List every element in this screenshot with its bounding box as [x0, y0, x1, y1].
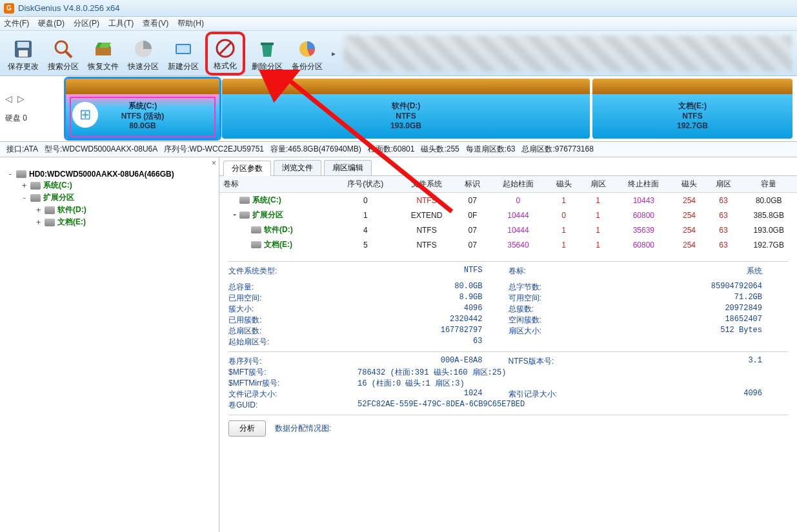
disk-map: ◁ ▷ 硬盘 0 ⊞ 系统(C:) NTFS (活动) 80.0GB 软件(D:…: [0, 76, 797, 142]
menu-file[interactable]: 文件(F): [4, 18, 29, 29]
backup-partition-button[interactable]: 备份分区: [289, 34, 325, 74]
menu-disk[interactable]: 硬盘(D): [38, 18, 65, 29]
svg-rect-13: [261, 43, 274, 45]
sidebar: × - HD0:WDCWD5000AAKX-08U6A(466GB) +系统(C…: [0, 157, 219, 532]
svg-rect-2: [19, 50, 28, 57]
pie-icon: [296, 38, 318, 60]
toolbar-chevron: ▸: [332, 49, 336, 58]
tree-node-ext[interactable]: -扩展分区: [17, 192, 216, 204]
tree-node-e[interactable]: +文档(E:): [31, 216, 216, 228]
menu-bar: 文件(F) 硬盘(D) 分区(P) 工具(T) 查看(V) 帮助(H): [0, 17, 797, 31]
redacted-area: [343, 35, 792, 72]
table-header: 卷标序号(状态)文件系统 标识起始柱面磁头 扇区终止柱面磁头 扇区容量: [219, 176, 797, 193]
tab-browse-files[interactable]: 浏览文件: [274, 160, 321, 175]
tab-partition-params[interactable]: 分区参数: [223, 161, 271, 176]
search-partition-button[interactable]: 搜索分区: [45, 34, 81, 74]
delete-partition-button[interactable]: 删除分区: [249, 34, 285, 74]
main-area: × - HD0:WDCWD5000AAKX-08U6A(466GB) +系统(C…: [0, 157, 797, 532]
hd-label: 硬盘 0: [5, 113, 27, 124]
tab-bar: 分区参数 浏览文件 扇区编辑: [219, 157, 797, 176]
disk-tree: - HD0:WDCWD5000AAKX-08U6A(466GB) +系统(C:)…: [3, 169, 216, 228]
magnifier-icon: [52, 38, 74, 60]
svg-line-12: [219, 43, 231, 54]
allocation-chart-label: 数据分配情况图:: [275, 423, 331, 434]
tree-root[interactable]: - HD0:WDCWD5000AAKX-08U6A(466GB): [3, 169, 216, 179]
quick-partition-button[interactable]: 快速分区: [125, 34, 161, 74]
app-icon: G: [4, 3, 14, 14]
trash-icon: [256, 38, 278, 60]
tree-node-c[interactable]: +系统(C:): [17, 179, 216, 192]
partition-box-c[interactable]: ⊞ 系统(C:) NTFS (活动) 80.0GB: [66, 79, 219, 139]
partition-box-e[interactable]: 文档(E:) NTFS 192.7GB: [592, 79, 792, 139]
right-panel: 分区参数 浏览文件 扇区编辑 卷标序号(状态)文件系统 标识起始柱面磁头 扇区终…: [219, 157, 797, 532]
table-row[interactable]: 文档(E:)5NTFS0735640116080025463192.7GB: [219, 237, 797, 252]
format-icon: [214, 37, 236, 59]
svg-rect-5: [96, 48, 111, 55]
floppy-icon: [12, 38, 34, 60]
tab-sector-edit[interactable]: 扇区编辑: [324, 160, 372, 175]
table-row[interactable]: -扩展分区1EXTEND0F10444016080025463385.8GB: [219, 208, 797, 222]
analyze-button[interactable]: 分析: [228, 420, 266, 437]
title-bar: G DiskGenius V4.8.0.256 x64: [0, 0, 797, 17]
svg-rect-1: [17, 42, 29, 48]
drive-icon: [30, 194, 41, 202]
svg-rect-10: [177, 45, 190, 53]
menu-view[interactable]: 查看(V): [143, 18, 168, 29]
tree-node-d[interactable]: +软件(D:): [31, 204, 216, 216]
window-title: DiskGenius V4.8.0.256 x64: [18, 3, 120, 13]
menu-help[interactable]: 帮助(H): [177, 18, 204, 29]
save-button[interactable]: 保存更改: [5, 34, 41, 74]
nav-arrows[interactable]: ◁ ▷: [5, 94, 26, 104]
partition-details: 文件系统类型:NTFS 卷标:系统 总容量:80.0GB总字节数:8590479…: [219, 252, 797, 442]
windows-logo-icon: ⊞: [72, 102, 98, 128]
close-icon[interactable]: ×: [212, 159, 216, 168]
recover-icon: [92, 38, 114, 60]
toolbar: 保存更改 搜索分区 恢复文件 快速分区 新建分区 格式化 删除分区 备份分区 ▸: [0, 31, 797, 76]
table-row[interactable]: 系统(C:)0NTFS07011104432546380.0GB: [219, 193, 797, 208]
new-partition-button[interactable]: 新建分区: [165, 34, 201, 74]
drive-icon: [45, 206, 55, 214]
menu-tools[interactable]: 工具(T): [108, 18, 134, 29]
drive-icon: [30, 182, 41, 190]
format-button[interactable]: 格式化: [205, 32, 245, 75]
quick-icon: [132, 38, 154, 60]
new-icon: [172, 38, 194, 60]
partition-box-d[interactable]: 软件(D:) NTFS 193.0GB: [222, 79, 590, 139]
disk-info-line: 接口:ATA 型号:WDCWD5000AAKX-08U6A 序列号:WD-WCC…: [0, 142, 797, 157]
menu-partition[interactable]: 分区(P): [74, 18, 99, 29]
svg-point-3: [55, 41, 67, 53]
drive-icon: [45, 219, 55, 226]
recover-files-button[interactable]: 恢复文件: [85, 34, 121, 74]
svg-line-4: [66, 52, 72, 57]
table-row[interactable]: 软件(D:)4NTFS0710444113563925463193.0GB: [219, 222, 797, 237]
partition-table: 卷标序号(状态)文件系统 标识起始柱面磁头 扇区终止柱面磁头 扇区容量 系统(C…: [219, 176, 797, 252]
hdd-icon: [16, 170, 26, 178]
